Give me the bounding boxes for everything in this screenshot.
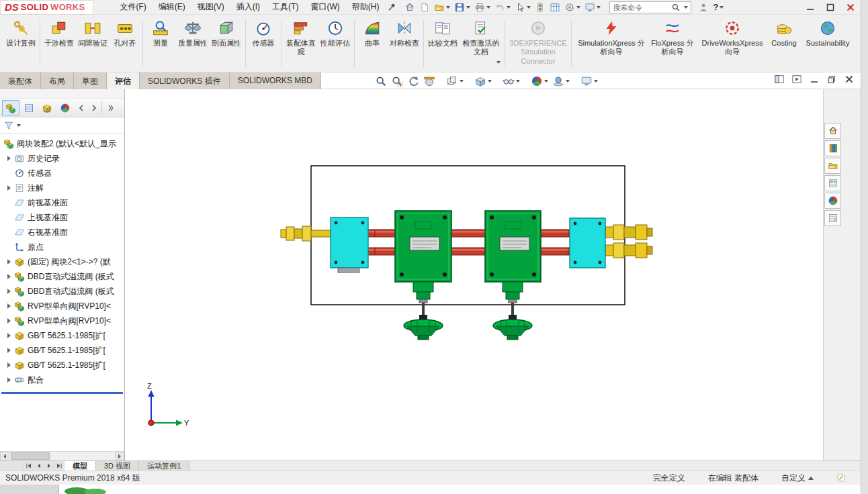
tree-item-gbt-fitting-3[interactable]: GB∕T 5625.1-1985[扩[ [0,358,124,373]
scroll-left-button[interactable] [0,452,9,460]
expand-arrow-icon[interactable] [4,333,13,338]
floxpress-button[interactable]: FloXpress 分析向导 [649,17,696,70]
sign-in-button[interactable] [697,1,710,14]
tab-solidworks-addins[interactable]: SOLIDWORKS 插件 [140,72,230,89]
home-button[interactable] [403,1,417,14]
panel-tab-scroll-right[interactable] [89,101,99,115]
tree-item-relief-valve-2[interactable]: DBD直动式溢流阀 (板式 [0,284,124,299]
scrollbar-track[interactable] [9,452,115,460]
costing-button[interactable]: Costing [769,17,799,70]
tree-item-mates[interactable]: 配合 [0,373,124,387]
sustainability-button[interactable]: Sustainability [799,17,856,70]
expand-arrow-icon[interactable] [4,259,13,264]
featuremanager-tree-tab[interactable] [2,100,19,115]
performance-evaluation-button[interactable]: 性能评估 [318,17,352,70]
tree-item-origin[interactable]: 原点 [0,240,124,254]
panel-horizontal-scrollbar[interactable] [0,451,124,460]
expand-arrow-icon[interactable] [4,185,13,191]
zoom-to-fit-button[interactable] [374,74,388,88]
resources-tab[interactable] [824,123,841,139]
expand-arrow-icon[interactable] [4,303,13,309]
section-view-button[interactable] [422,74,437,88]
rollback-bar[interactable] [1,392,123,394]
previous-view-button[interactable] [406,74,421,88]
tab-solidworks-mbd[interactable]: SOLIDWORKS MBD [230,72,321,89]
edit-appearance-button[interactable] [529,74,550,88]
propertymanager-tab[interactable] [20,100,38,115]
tree-item-history[interactable]: 历史记录 [0,151,124,166]
symmetry-check-button[interactable]: 对称检查 [388,17,421,70]
tab-evaluate[interactable]: 评估 [107,72,140,89]
expand-arrow-icon[interactable] [4,289,13,294]
custom-units-dropdown[interactable]: 自定义 [781,473,814,484]
view-palette-tab[interactable] [824,175,841,191]
expand-arrow-icon[interactable] [4,377,13,383]
pane-right-icon[interactable] [792,75,801,84]
dropdown-arrow-icon[interactable] [684,6,688,9]
maximize-button[interactable] [820,0,840,14]
expand-arrow-icon[interactable] [4,274,13,279]
new-document-button[interactable] [418,1,431,14]
tab-sketch[interactable]: 草图 [74,72,107,89]
design-study-button[interactable]: 设计算例 [4,17,38,70]
hole-alignment-button[interactable]: 孔对齐 [110,17,140,70]
compare-documents-button[interactable]: 比较文档 [426,17,460,70]
tree-item-check-valve-1[interactable]: RVP型单向阀[RVP10]< [0,299,124,313]
display-style-button[interactable] [473,74,493,88]
panel-tab-scroll-left[interactable] [76,101,87,115]
file-properties-button[interactable] [548,1,562,14]
model-tab[interactable]: 模型 [64,461,96,471]
menu-help[interactable]: 帮助(H) [346,0,386,15]
tab-assembly[interactable]: 装配体 [0,72,41,89]
view-settings-button[interactable] [579,74,599,88]
tree-item-check-valve-2[interactable]: RVP型单向阀[RVP10]< [0,313,124,328]
scroll-right-button[interactable] [115,452,124,460]
apply-scene-button[interactable] [551,74,571,88]
appearances-tab[interactable] [824,193,841,209]
options-button[interactable] [563,1,582,14]
last-tab-button[interactable] [54,461,64,471]
search-input[interactable] [613,3,669,11]
menu-file[interactable]: 文件(F) [114,0,152,15]
driveworksxpress-button[interactable]: DriveWorksXpress 向导 [696,17,769,70]
panel-flyout-handle[interactable] [105,101,116,115]
close-button[interactable] [840,0,861,14]
dropdown-arrow-icon[interactable] [17,124,21,127]
expand-arrow-icon[interactable] [4,362,13,368]
tree-item-relief-valve-1[interactable]: DBD直动式溢流阀 (板式 [0,269,124,284]
quick-tip-icon[interactable] [836,473,846,483]
menu-window[interactable]: 窗口(W) [304,0,345,15]
design-library-tab[interactable] [824,140,841,156]
prev-tab-button[interactable] [34,461,44,471]
print-button[interactable] [473,1,492,14]
select-button[interactable] [513,1,532,14]
tree-item-valve-block[interactable]: (固定) 阀块2<1>->? (默 [0,254,124,269]
tree-item-gbt-fitting-1[interactable]: GB∕T 5625.1-1985[扩[ [0,328,124,343]
scrollbar-thumb[interactable] [11,452,50,460]
undo-button[interactable] [493,1,512,14]
view-orientation-button[interactable] [445,74,465,88]
tree-item-annotations[interactable]: 注解 [0,181,124,195]
curvature-button[interactable]: 曲率 [357,17,388,70]
expand-arrow-icon[interactable] [4,318,13,324]
expand-arrow-icon[interactable] [4,348,13,353]
tree-item-sensors[interactable]: 传感器 [0,166,124,181]
configurationmanager-tab[interactable] [38,100,56,115]
assembly-visualization-button[interactable]: 装配体直观 [284,17,318,70]
file-explorer-tab[interactable] [824,158,841,174]
filter-funnel-icon[interactable] [3,120,14,131]
rebuild-button[interactable] [533,1,547,14]
menu-view[interactable]: 视图(V) [191,0,230,15]
save-button[interactable] [453,1,472,14]
pin-menu-button[interactable] [386,1,398,14]
pane-left-icon[interactable] [775,75,784,84]
open-button[interactable] [433,1,451,14]
hide-show-items-button[interactable] [501,74,521,88]
zoom-to-area-button[interactable] [390,74,404,88]
doc-minimize-icon[interactable] [810,75,819,84]
doc-restore-icon[interactable] [827,75,836,84]
motion-study-tab[interactable]: 运动算例1 [139,461,189,471]
doc-close-icon[interactable] [844,75,854,84]
custom-properties-tab[interactable] [824,210,841,226]
check-active-document-button[interactable]: 检查激活的文档 [460,17,503,70]
